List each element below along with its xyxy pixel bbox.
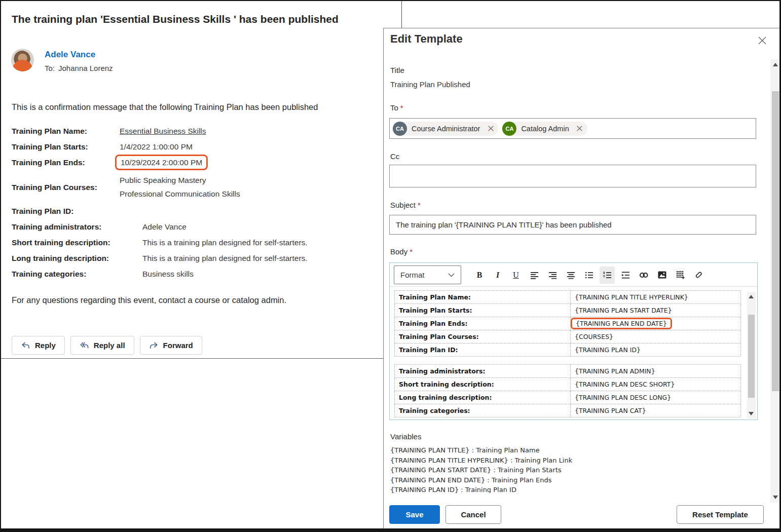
to-input[interactable]: CA Course Administrator CA Catalog Admin xyxy=(389,118,756,139)
align-right-button[interactable] xyxy=(545,267,560,284)
table-row: Training Plan ID:{TRAINING PLAN ID} xyxy=(395,344,741,357)
training-plan-link[interactable]: Essential Business Skills xyxy=(120,126,206,136)
italic-button[interactable]: I xyxy=(490,267,505,284)
editor-scrollbar-thumb[interactable] xyxy=(748,315,755,398)
variable-line: {TRAINING PLAN TITLE HYPERLINK} : Traini… xyxy=(390,455,755,466)
cc-input[interactable] xyxy=(389,165,756,187)
reply-label: Reply xyxy=(35,341,56,350)
email-subject-title: The training plan 'Essential Business Sk… xyxy=(12,12,379,26)
row-label: Training categories: xyxy=(395,404,571,417)
field-row-plan-name: Training Plan Name: Essential Business S… xyxy=(12,126,308,136)
chip-name: Course Administrator xyxy=(407,125,485,133)
email-intro-text: This is a confirmation message that the … xyxy=(12,102,318,112)
cancel-button[interactable]: Cancel xyxy=(445,505,501,524)
field-row-short-desc: Short training description: This is a tr… xyxy=(12,237,308,248)
body-field-label: Body* xyxy=(390,247,413,256)
variable-line: {TRAINING PLAN END DATE} : Training Plan… xyxy=(390,475,755,485)
field-label: Long training description: xyxy=(12,253,142,263)
chip-avatar: CA xyxy=(393,122,407,136)
editor-scrollbar[interactable] xyxy=(747,292,756,419)
eraser-button[interactable] xyxy=(691,267,706,284)
panel-title: Edit Template xyxy=(390,32,463,46)
reading-pane-divider xyxy=(1,358,385,359)
remove-chip-icon[interactable] xyxy=(574,123,585,134)
underline-button[interactable]: U xyxy=(508,267,524,284)
title-field-label: Title xyxy=(390,66,404,74)
table-row: Training Plan Starts:{TRAINING PLAN STAR… xyxy=(395,304,741,317)
panel-scrollbar[interactable] xyxy=(770,59,780,503)
bold-button[interactable]: B xyxy=(472,267,487,284)
numbered-list-button[interactable] xyxy=(600,267,615,284)
course-line-1: Public Speaking Mastery xyxy=(120,173,240,187)
forward-button[interactable]: Forward xyxy=(140,336,202,355)
to-prefix: To: xyxy=(45,64,55,72)
reply-icon xyxy=(21,340,30,350)
scroll-down-icon[interactable] xyxy=(749,412,754,415)
field-value: This is a training plan designed for sel… xyxy=(142,253,308,263)
variable-line: {TRAINING PLAN ID} : Training Plan ID xyxy=(390,485,755,493)
title-field-value: Training Plan Published xyxy=(390,80,470,89)
scroll-up-icon[interactable] xyxy=(749,295,754,298)
avatar[interactable] xyxy=(11,49,34,71)
variable-line: {TRAINING PLAN START DATE} : Training Pl… xyxy=(390,465,755,475)
reply-button[interactable]: Reply xyxy=(12,336,65,355)
bullet-list-button[interactable] xyxy=(581,267,597,284)
subject-value: The training plan '{TRAINING PLAN TITLE}… xyxy=(396,220,612,229)
recipient-chip-course-administrator[interactable]: CA Course Administrator xyxy=(393,122,498,136)
email-to-line: To:Johanna Lorenz xyxy=(45,64,113,72)
recipient-name: Johanna Lorenz xyxy=(58,64,113,72)
variable-line: {TRAINING PLAN TITLE} : Training Plan Na… xyxy=(390,445,755,455)
field-label: Training Plan ID: xyxy=(12,206,120,216)
row-value: {TRAINING PLAN TITLE HYPERLINK} xyxy=(571,291,741,304)
row-value: {TRAINING PLAN DESC SHORT} xyxy=(571,378,741,391)
sender-name-link[interactable]: Adele Vance xyxy=(45,50,113,60)
required-marker: * xyxy=(410,247,413,256)
subject-input[interactable]: The training plan '{TRAINING PLAN TITLE}… xyxy=(389,215,756,235)
remove-chip-icon[interactable] xyxy=(485,123,496,134)
row-value: {TRAINING PLAN DESC LONG} xyxy=(571,391,741,404)
table-row: Long training description:{TRAINING PLAN… xyxy=(395,391,741,404)
chip-name: Catalog Admin xyxy=(516,125,574,133)
required-marker: * xyxy=(400,103,403,112)
table-row: Short training description:{TRAINING PLA… xyxy=(395,378,741,391)
email-sender-block: Adele Vance To:Johanna Lorenz xyxy=(11,49,113,72)
row-label: Training Plan Starts: xyxy=(395,304,571,317)
end-date-variable-highlight: {TRAINING PLAN END DATE} xyxy=(571,318,672,329)
field-label: Training Plan Courses: xyxy=(12,182,120,193)
format-dropdown[interactable]: Format xyxy=(394,265,461,284)
scroll-down-icon[interactable] xyxy=(773,496,778,499)
variables-list: {TRAINING PLAN TITLE} : Training Plan Na… xyxy=(390,445,755,493)
reset-template-button[interactable]: Reset Template xyxy=(677,505,764,524)
to-field-label: To* xyxy=(390,103,403,112)
course-line-2: Professional Communication Skills xyxy=(120,187,240,201)
row-value: {TRAINING PLAN CAT} xyxy=(571,404,741,417)
body-editor-content[interactable]: Training Plan Name:{TRAINING PLAN TITLE … xyxy=(390,287,757,420)
recipient-chip-catalog-admin[interactable]: CA Catalog Admin xyxy=(502,122,587,136)
row-value: {TRAINING PLAN END DATE} xyxy=(571,317,741,330)
scroll-up-icon[interactable] xyxy=(773,63,778,66)
field-label: Training Plan Ends: xyxy=(12,157,120,168)
align-center-button[interactable] xyxy=(563,267,578,284)
reply-all-button[interactable]: Reply all xyxy=(70,336,134,355)
field-value: This is a training plan designed for sel… xyxy=(142,237,308,248)
body-table-1: Training Plan Name:{TRAINING PLAN TITLE … xyxy=(394,290,741,357)
field-label: Training Plan Starts: xyxy=(12,141,120,152)
email-footer-text: For any questions regarding this event, … xyxy=(12,295,286,305)
indent-button[interactable] xyxy=(618,267,633,284)
row-value: {COURSES} xyxy=(571,330,741,344)
subject-field-label: Subject* xyxy=(390,201,421,209)
panel-scrollbar-thumb[interactable] xyxy=(772,91,779,391)
save-button[interactable]: Save xyxy=(389,505,440,524)
insert-table-button[interactable] xyxy=(673,267,688,284)
align-left-button[interactable] xyxy=(527,267,542,284)
link-button[interactable] xyxy=(636,267,651,284)
edit-template-panel: Edit Template Title Training Plan Publis… xyxy=(383,28,780,530)
field-value: Business skills xyxy=(142,269,194,279)
pane-vertical-border xyxy=(401,1,402,28)
image-button[interactable] xyxy=(654,267,670,284)
row-label: Training Plan Ends: xyxy=(395,317,571,330)
required-marker: * xyxy=(418,201,421,209)
row-label: Training Plan Courses: xyxy=(395,330,571,344)
field-value: Adele Vance xyxy=(142,221,187,232)
close-icon[interactable] xyxy=(756,34,768,47)
